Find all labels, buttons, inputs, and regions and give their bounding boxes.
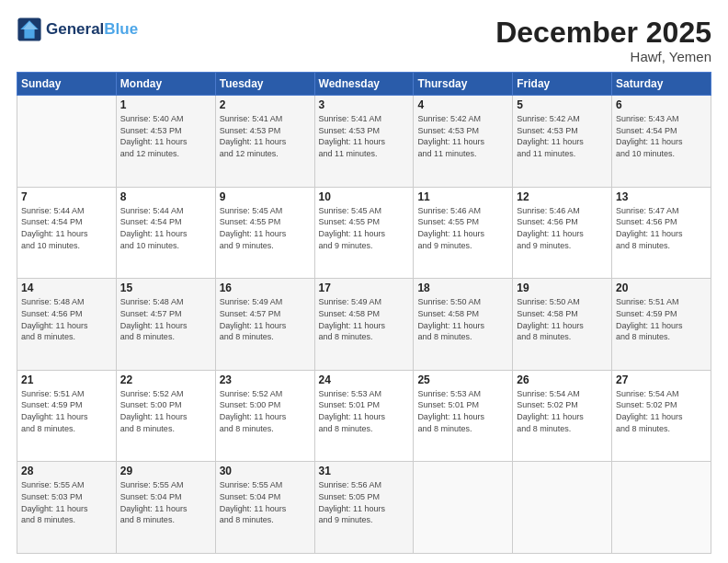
calendar-header-thursday: Thursday xyxy=(414,73,513,96)
calendar-cell: 30Sunrise: 5:55 AM Sunset: 5:04 PM Dayli… xyxy=(215,462,314,554)
day-number: 22 xyxy=(120,373,211,386)
day-number: 9 xyxy=(220,190,311,203)
day-number: 24 xyxy=(319,373,410,386)
calendar-cell: 4Sunrise: 5:42 AM Sunset: 4:53 PM Daylig… xyxy=(414,96,513,188)
day-number: 28 xyxy=(21,465,112,477)
calendar-header-monday: Monday xyxy=(116,73,215,96)
day-info: Sunrise: 5:56 AM Sunset: 5:05 PM Dayligh… xyxy=(319,479,410,525)
day-info: Sunrise: 5:47 AM Sunset: 4:56 PM Dayligh… xyxy=(616,205,707,251)
day-info: Sunrise: 5:49 AM Sunset: 4:58 PM Dayligh… xyxy=(319,296,410,342)
calendar-cell: 1Sunrise: 5:40 AM Sunset: 4:53 PM Daylig… xyxy=(116,96,215,188)
day-info: Sunrise: 5:46 AM Sunset: 4:56 PM Dayligh… xyxy=(517,205,608,251)
logo: GeneralBlue xyxy=(17,17,138,42)
day-info: Sunrise: 5:55 AM Sunset: 5:03 PM Dayligh… xyxy=(21,479,112,525)
day-number: 11 xyxy=(417,190,508,203)
page: GeneralBlue December 2025 Hawf, Yemen Su… xyxy=(0,0,728,563)
day-info: Sunrise: 5:52 AM Sunset: 5:00 PM Dayligh… xyxy=(220,388,311,434)
day-number: 12 xyxy=(517,190,608,203)
calendar-cell: 29Sunrise: 5:55 AM Sunset: 5:04 PM Dayli… xyxy=(116,462,215,554)
day-info: Sunrise: 5:42 AM Sunset: 4:53 PM Dayligh… xyxy=(417,113,508,159)
calendar-cell xyxy=(612,462,711,554)
day-number: 1 xyxy=(120,98,211,111)
calendar-cell: 24Sunrise: 5:53 AM Sunset: 5:01 PM Dayli… xyxy=(314,370,414,462)
day-number: 29 xyxy=(120,465,211,477)
day-info: Sunrise: 5:45 AM Sunset: 4:55 PM Dayligh… xyxy=(220,205,311,251)
calendar-header-sunday: Sunday xyxy=(17,73,117,96)
calendar-cell: 14Sunrise: 5:48 AM Sunset: 4:56 PM Dayli… xyxy=(17,279,117,371)
day-number: 30 xyxy=(220,465,311,477)
calendar-header-row: SundayMondayTuesdayWednesdayThursdayFrid… xyxy=(17,73,711,96)
day-info: Sunrise: 5:44 AM Sunset: 4:54 PM Dayligh… xyxy=(120,205,211,251)
day-number: 25 xyxy=(417,373,508,386)
day-info: Sunrise: 5:54 AM Sunset: 5:02 PM Dayligh… xyxy=(616,388,707,434)
day-info: Sunrise: 5:51 AM Sunset: 4:59 PM Dayligh… xyxy=(616,296,707,342)
day-info: Sunrise: 5:50 AM Sunset: 4:58 PM Dayligh… xyxy=(517,296,608,342)
day-number: 26 xyxy=(517,373,608,386)
calendar-cell: 12Sunrise: 5:46 AM Sunset: 4:56 PM Dayli… xyxy=(513,187,612,279)
day-number: 10 xyxy=(319,190,410,203)
calendar-subtitle: Hawf, Yemen xyxy=(495,49,711,64)
calendar-cell: 18Sunrise: 5:50 AM Sunset: 4:58 PM Dayli… xyxy=(414,279,513,371)
calendar-cell: 7Sunrise: 5:44 AM Sunset: 4:54 PM Daylig… xyxy=(17,187,117,279)
day-info: Sunrise: 5:43 AM Sunset: 4:54 PM Dayligh… xyxy=(616,113,707,159)
day-info: Sunrise: 5:49 AM Sunset: 4:57 PM Dayligh… xyxy=(220,296,311,342)
logo-line1: General xyxy=(46,20,104,38)
logo-text: GeneralBlue xyxy=(46,20,138,39)
calendar-week-1: 1Sunrise: 5:40 AM Sunset: 4:53 PM Daylig… xyxy=(17,96,711,188)
calendar-cell: 13Sunrise: 5:47 AM Sunset: 4:56 PM Dayli… xyxy=(612,187,711,279)
logo-icon xyxy=(17,17,42,42)
day-info: Sunrise: 5:50 AM Sunset: 4:58 PM Dayligh… xyxy=(417,296,508,342)
calendar-cell: 26Sunrise: 5:54 AM Sunset: 5:02 PM Dayli… xyxy=(513,370,612,462)
calendar-week-2: 7Sunrise: 5:44 AM Sunset: 4:54 PM Daylig… xyxy=(17,187,711,279)
day-info: Sunrise: 5:48 AM Sunset: 4:57 PM Dayligh… xyxy=(120,296,211,342)
logo-line2: Blue xyxy=(104,20,138,38)
day-number: 31 xyxy=(319,465,410,477)
calendar-cell: 6Sunrise: 5:43 AM Sunset: 4:54 PM Daylig… xyxy=(612,96,711,188)
calendar-header-tuesday: Tuesday xyxy=(215,73,314,96)
calendar-cell: 25Sunrise: 5:53 AM Sunset: 5:01 PM Dayli… xyxy=(414,370,513,462)
day-info: Sunrise: 5:53 AM Sunset: 5:01 PM Dayligh… xyxy=(417,388,508,434)
day-number: 7 xyxy=(21,190,112,203)
calendar-cell: 31Sunrise: 5:56 AM Sunset: 5:05 PM Dayli… xyxy=(314,462,414,554)
day-info: Sunrise: 5:42 AM Sunset: 4:53 PM Dayligh… xyxy=(517,113,608,159)
calendar-header-friday: Friday xyxy=(513,73,612,96)
title-block: December 2025 Hawf, Yemen xyxy=(495,17,711,64)
calendar-cell: 8Sunrise: 5:44 AM Sunset: 4:54 PM Daylig… xyxy=(116,187,215,279)
day-number: 14 xyxy=(21,282,112,294)
calendar-title: December 2025 xyxy=(495,17,711,49)
calendar-header-wednesday: Wednesday xyxy=(314,73,414,96)
day-number: 27 xyxy=(616,373,707,386)
day-info: Sunrise: 5:40 AM Sunset: 4:53 PM Dayligh… xyxy=(120,113,211,159)
calendar-cell xyxy=(513,462,612,554)
calendar-cell: 20Sunrise: 5:51 AM Sunset: 4:59 PM Dayli… xyxy=(612,279,711,371)
day-number: 6 xyxy=(616,98,707,111)
header: GeneralBlue December 2025 Hawf, Yemen xyxy=(17,17,711,64)
day-number: 2 xyxy=(220,98,311,111)
day-number: 15 xyxy=(120,282,211,294)
calendar-cell: 16Sunrise: 5:49 AM Sunset: 4:57 PM Dayli… xyxy=(215,279,314,371)
day-info: Sunrise: 5:52 AM Sunset: 5:00 PM Dayligh… xyxy=(120,388,211,434)
calendar-cell xyxy=(17,96,117,188)
day-info: Sunrise: 5:51 AM Sunset: 4:59 PM Dayligh… xyxy=(21,388,112,434)
calendar-cell: 28Sunrise: 5:55 AM Sunset: 5:03 PM Dayli… xyxy=(17,462,117,554)
calendar-table: SundayMondayTuesdayWednesdayThursdayFrid… xyxy=(17,72,711,554)
day-info: Sunrise: 5:41 AM Sunset: 4:53 PM Dayligh… xyxy=(319,113,410,159)
calendar-cell: 15Sunrise: 5:48 AM Sunset: 4:57 PM Dayli… xyxy=(116,279,215,371)
calendar-cell: 9Sunrise: 5:45 AM Sunset: 4:55 PM Daylig… xyxy=(215,187,314,279)
day-info: Sunrise: 5:41 AM Sunset: 4:53 PM Dayligh… xyxy=(220,113,311,159)
day-info: Sunrise: 5:46 AM Sunset: 4:55 PM Dayligh… xyxy=(417,205,508,251)
day-number: 19 xyxy=(517,282,608,294)
day-number: 5 xyxy=(517,98,608,111)
day-number: 4 xyxy=(417,98,508,111)
day-number: 16 xyxy=(220,282,311,294)
day-info: Sunrise: 5:54 AM Sunset: 5:02 PM Dayligh… xyxy=(517,388,608,434)
day-number: 18 xyxy=(417,282,508,294)
day-number: 23 xyxy=(220,373,311,386)
calendar-cell: 5Sunrise: 5:42 AM Sunset: 4:53 PM Daylig… xyxy=(513,96,612,188)
calendar-header-saturday: Saturday xyxy=(612,73,711,96)
day-number: 13 xyxy=(616,190,707,203)
calendar-week-3: 14Sunrise: 5:48 AM Sunset: 4:56 PM Dayli… xyxy=(17,279,711,371)
calendar-week-5: 28Sunrise: 5:55 AM Sunset: 5:03 PM Dayli… xyxy=(17,462,711,554)
day-info: Sunrise: 5:55 AM Sunset: 5:04 PM Dayligh… xyxy=(120,479,211,525)
day-info: Sunrise: 5:53 AM Sunset: 5:01 PM Dayligh… xyxy=(319,388,410,434)
